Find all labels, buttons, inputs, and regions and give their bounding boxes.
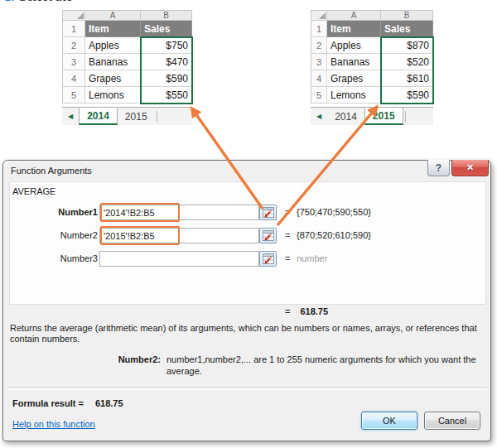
function-name-label: AVERAGE	[12, 186, 55, 196]
equals-sign: =	[285, 251, 290, 267]
cell-b5[interactable]: $590	[381, 87, 433, 104]
formula-result-line: Formula result =618.75	[12, 398, 123, 408]
cell-b3[interactable]: $470	[141, 54, 192, 70]
row-number[interactable]: 1	[311, 21, 327, 37]
step-number: 1.	[5, 0, 15, 3]
row-number[interactable]: 2	[311, 37, 327, 54]
cell-a1[interactable]: Item	[85, 21, 141, 37]
number3-result-placeholder: number	[297, 251, 327, 267]
select-all-corner[interactable]	[62, 10, 85, 21]
cell-b1[interactable]: Sales	[141, 21, 192, 37]
corner-triangle-icon	[77, 12, 84, 19]
cell-a5[interactable]: Lemons	[85, 87, 141, 104]
ok-button[interactable]: OK	[361, 412, 417, 430]
cell-a2[interactable]: Apples	[85, 37, 141, 54]
number1-input[interactable]	[99, 205, 259, 220]
number3-label: Number3	[15, 251, 98, 267]
corner-triangle-icon	[319, 12, 326, 19]
divider	[8, 387, 487, 390]
row-number[interactable]: 4	[311, 70, 327, 87]
cell-a3[interactable]: Bananas	[85, 54, 141, 70]
cancel-button[interactable]: Cancel	[424, 412, 480, 430]
argument-help-label: Number2:	[10, 354, 161, 377]
row-number[interactable]: 3	[62, 54, 85, 70]
collapse-dialog-button[interactable]	[259, 251, 277, 267]
step-text: Select the	[20, 0, 73, 3]
dialog-help-button[interactable]: ?	[427, 160, 450, 176]
close-icon[interactable]: ✕	[451, 160, 489, 176]
number3-input[interactable]	[99, 251, 259, 267]
range-selector-icon	[263, 230, 274, 241]
tab-2014[interactable]: 2014	[79, 108, 118, 125]
equals-sign: =	[285, 205, 290, 220]
tab-2015[interactable]: 2015	[364, 108, 403, 125]
cell-a4[interactable]: Grapes	[327, 70, 381, 87]
argument-help-text: number1,number2,... are 1 to 255 numeric…	[166, 354, 483, 377]
function-description: Returns the average (arithmetic mean) of…	[10, 323, 489, 344]
equals-sign: =	[285, 228, 290, 243]
help-on-this-function-link[interactable]: Help on this function	[12, 419, 95, 429]
row-number[interactable]: 1	[62, 21, 85, 37]
tab-2014[interactable]: 2014	[327, 108, 364, 125]
argument-help: Number2: number1,number2,... are 1 to 25…	[10, 354, 489, 377]
function-arguments-dialog: Function Arguments ? ✕ AVERAGE Number1 =…	[2, 160, 491, 441]
cell-a1[interactable]: Item	[327, 21, 381, 37]
tab-divider	[405, 111, 406, 122]
sheet-tabs-2015-book: ◀ 2014 2015	[311, 107, 433, 125]
collapse-dialog-button[interactable]	[259, 205, 277, 220]
dialog-title: Function Arguments	[11, 166, 92, 176]
tab-scroll-left-icon[interactable]: ◀	[311, 108, 327, 125]
range-selector-icon	[263, 253, 274, 264]
cropped-step-caption: 1.Select the	[5, 0, 171, 6]
row-number[interactable]: 5	[62, 87, 85, 104]
row-number[interactable]: 3	[311, 54, 327, 70]
cell-a2[interactable]: Apples	[327, 37, 381, 54]
cell-b2[interactable]: $870	[381, 37, 433, 54]
number2-input[interactable]	[99, 228, 259, 243]
column-header-b[interactable]: B	[381, 10, 433, 21]
tab-2015[interactable]: 2015	[118, 108, 155, 125]
equals-sign: =	[285, 306, 290, 316]
number2-result: {870;520;610;590}	[297, 228, 371, 243]
cell-b1[interactable]: Sales	[381, 21, 433, 37]
row-number[interactable]: 5	[311, 87, 327, 104]
row-number[interactable]: 4	[62, 70, 85, 87]
sheet-tabs-2014-book: ◀ 2014 2015	[62, 107, 192, 125]
worksheet-2015: A B 1 Item Sales 2 Apples $870 3 Bananas…	[311, 10, 433, 104]
select-all-corner[interactable]	[311, 10, 327, 21]
collapse-dialog-button[interactable]	[259, 228, 277, 243]
number1-label: Number1	[15, 205, 98, 220]
formula-result-label: Formula result =	[12, 398, 84, 408]
cell-b3[interactable]: $520	[381, 54, 433, 70]
number1-result: {750;470;590;550}	[297, 205, 371, 220]
row-number[interactable]: 2	[62, 37, 85, 54]
cell-b5[interactable]: $550	[141, 87, 192, 104]
cell-a3[interactable]: Bananas	[327, 54, 381, 70]
cell-a4[interactable]: Grapes	[85, 70, 141, 87]
running-result-value: 618.75	[300, 306, 328, 316]
number2-label: Number2	[15, 228, 98, 243]
cell-a5[interactable]: Lemons	[327, 87, 381, 104]
column-header-a[interactable]: A	[85, 10, 141, 21]
column-header-b[interactable]: B	[141, 10, 192, 21]
column-header-a[interactable]: A	[327, 10, 381, 21]
cell-b4[interactable]: $590	[141, 70, 192, 87]
cell-b4[interactable]: $610	[381, 70, 433, 87]
screenshot-canvas: 1.Select the A B 1 Item Sales 2 Apples $…	[0, 0, 497, 448]
range-selector-icon	[263, 207, 274, 218]
tab-scroll-left-icon[interactable]: ◀	[62, 108, 79, 125]
formula-result-value: 618.75	[95, 398, 123, 408]
running-result-line: =618.75	[285, 306, 328, 316]
cell-b2[interactable]: $750	[141, 37, 192, 54]
worksheet-2014: A B 1 Item Sales 2 Apples $750 3 Bananas…	[62, 10, 192, 104]
tab-divider	[157, 111, 157, 122]
